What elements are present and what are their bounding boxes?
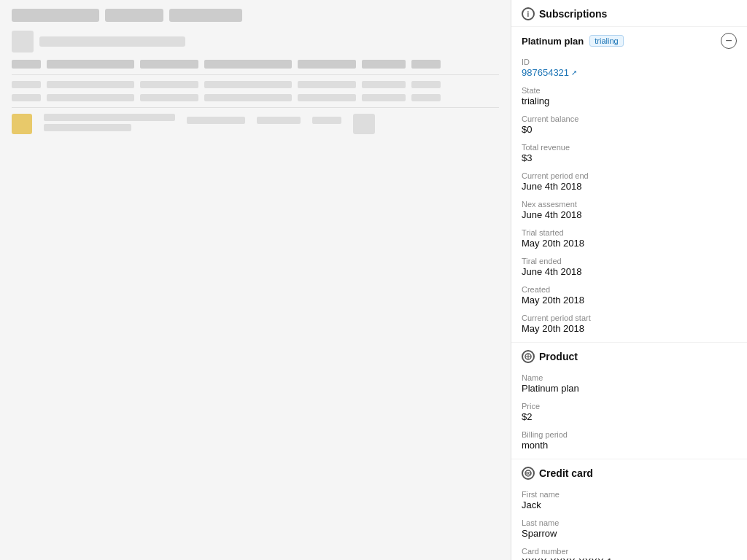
trial-started-label: Trial started (522, 228, 737, 237)
state-label: State (522, 86, 737, 95)
period-start-value: May 20th 2018 (522, 323, 737, 334)
trial-ended-value: June 4th 2018 (522, 266, 737, 277)
credit-card-icon (522, 467, 535, 480)
period-end-label: Current period end (522, 171, 737, 180)
field-period-start: Current period start May 20th 2018 (511, 308, 747, 336)
revenue-label: Total revenue (522, 143, 737, 152)
subscriptions-title: i Subscriptions (522, 7, 607, 20)
id-label: ID (522, 58, 737, 66)
field-first-name: First name Jack (511, 484, 747, 513)
product-icon (522, 350, 535, 363)
product-header: Product (511, 342, 747, 368)
credit-card-header: Credit card (511, 459, 747, 484)
product-title: Product (539, 351, 578, 362)
first-name-label: First name (522, 490, 737, 499)
field-balance: Current balance $0 (511, 109, 747, 137)
field-card-number: Card number XXXX-XXXX-XXXX-1 (511, 541, 747, 560)
product-price-label: Price (522, 402, 737, 411)
period-start-label: Current period start (522, 314, 737, 322)
field-created: Created May 20th 2018 (511, 279, 747, 308)
left-panel (0, 0, 511, 560)
field-revenue: Total revenue $3 (511, 137, 747, 166)
trial-ended-label: Tiral ended (522, 257, 737, 265)
field-billing-period: Billing period month (511, 424, 747, 453)
plan-platinum-section: Platinum plan trialing − ID 987654321 ➚ … (511, 27, 747, 560)
card-number-label: Card number (522, 547, 737, 556)
id-external-icon: ➚ (571, 69, 577, 77)
balance-value: $0 (522, 124, 737, 135)
product-name-value: Platinum plan (522, 383, 737, 394)
credit-card-title: Credit card (539, 467, 593, 479)
last-name-value: Sparrow (522, 528, 737, 539)
next-assessment-value: June 4th 2018 (522, 209, 737, 220)
field-id: ID 987654321 ➚ (511, 52, 747, 80)
field-product-price: Price $2 (511, 396, 747, 424)
created-value: May 20th 2018 (522, 295, 737, 306)
svg-point-5 (528, 472, 530, 475)
platinum-plan-name: Platinum plan (522, 36, 584, 47)
right-panel: i Subscriptions Platinum plan trialing −… (511, 0, 747, 560)
id-value: 987654321 (522, 67, 569, 78)
product-price-value: $2 (522, 411, 737, 422)
trial-started-value: May 20th 2018 (522, 238, 737, 249)
billing-period-label: Billing period (522, 430, 737, 439)
card-number-value: XXXX-XXXX-XXXX-1 (522, 556, 737, 560)
first-name-value: Jack (522, 499, 737, 510)
field-next-assessment: Nex assesment June 4th 2018 (511, 194, 747, 222)
balance-label: Current balance (522, 114, 737, 123)
platinum-plan-row: Platinum plan trialing − (511, 27, 747, 52)
state-value: trialing (522, 96, 737, 106)
field-last-name: Last name Sparrow (511, 513, 747, 541)
next-assessment-label: Nex assesment (522, 200, 737, 209)
field-product-name: Name Platinum plan (511, 368, 747, 396)
revenue-value: $3 (522, 152, 737, 163)
created-label: Created (522, 285, 737, 294)
field-state: State trialing (511, 80, 747, 109)
platinum-collapse-button[interactable]: − (721, 33, 737, 49)
field-period-end: Current period end June 4th 2018 (511, 166, 747, 194)
last-name-label: Last name (522, 518, 737, 527)
platinum-badge: trialing (589, 35, 623, 47)
field-trial-started: Trial started May 20th 2018 (511, 222, 747, 251)
id-value-link[interactable]: 987654321 ➚ (522, 67, 737, 78)
billing-period-value: month (522, 440, 737, 451)
field-trial-ended: Tiral ended June 4th 2018 (511, 251, 747, 279)
subscriptions-header: i Subscriptions (511, 0, 747, 27)
subscriptions-icon: i (522, 7, 535, 20)
period-end-value: June 4th 2018 (522, 181, 737, 192)
product-name-label: Name (522, 373, 737, 382)
